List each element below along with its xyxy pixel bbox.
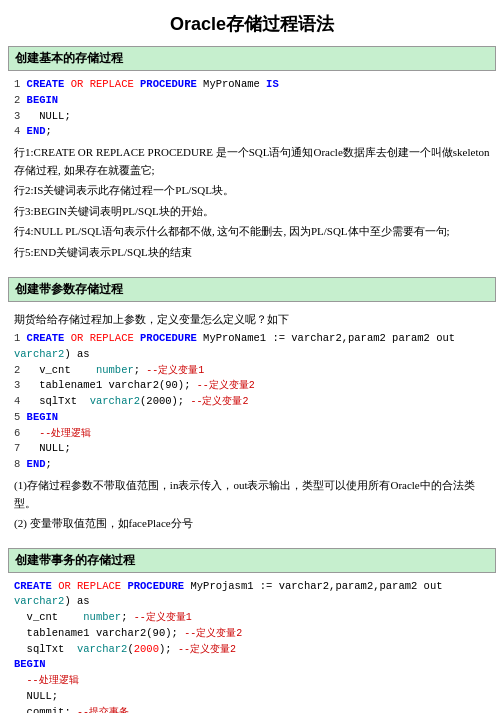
note-params-1: (1)存储过程参数不带取值范围，in表示传入，out表示输出，类型可以使用所有O… [14, 477, 490, 512]
section-basic-header: 创建基本的存储过程 [8, 46, 496, 71]
section-basic-body: 1 CREATE OR REPLACE PROCEDURE MyProName … [8, 75, 496, 269]
params-intro: 期货给给存储过程加上参数，定义变量怎么定义呢？如下 [14, 311, 490, 329]
code-transaction: CREATE OR REPLACE PROCEDURE MyProjasm1 :… [14, 579, 490, 713]
section-basic: 创建基本的存储过程 1 CREATE OR REPLACE PROCEDURE … [8, 46, 496, 269]
note-basic-2: 行2:IS关键词表示此存储过程一个PL/SQL块。 [14, 182, 490, 200]
page-container: Oracle存储过程语法 创建基本的存储过程 1 CREATE OR REPLA… [0, 0, 504, 713]
section-transaction-header: 创建带事务的存储过程 [8, 548, 496, 573]
code-basic: 1 CREATE OR REPLACE PROCEDURE MyProName … [14, 77, 490, 140]
section-params: 创建带参数存储过程 期货给给存储过程加上参数，定义变量怎么定义呢？如下 1 CR… [8, 277, 496, 540]
page-title: Oracle存储过程语法 [0, 0, 504, 46]
note-basic-3: 行3:BEGIN关键词表明PL/SQL块的开始。 [14, 203, 490, 221]
section-transaction-body: CREATE OR REPLACE PROCEDURE MyProjasm1 :… [8, 577, 496, 713]
code-params: 1 CREATE OR REPLACE PROCEDURE MyProName1… [14, 331, 490, 473]
note-basic-5: 行5:END关键词表示PL/SQL块的结束 [14, 244, 490, 262]
note-basic-1: 行1:CREATE OR REPLACE PROCEDURE 是一个SQL语句通… [14, 144, 490, 179]
note-basic-4: 行4:NULL PL/SQL语句表示什么都都不做, 这句不能删去, 因为PL/S… [14, 223, 490, 241]
note-params-2: (2) 变量带取值范围，如facePlace分号 [14, 515, 490, 533]
section-transaction: 创建带事务的存储过程 CREATE OR REPLACE PROCEDURE M… [8, 548, 496, 713]
section-params-body: 期货给给存储过程加上参数，定义变量怎么定义呢？如下 1 CREATE OR RE… [8, 306, 496, 540]
section-params-header: 创建带参数存储过程 [8, 277, 496, 302]
